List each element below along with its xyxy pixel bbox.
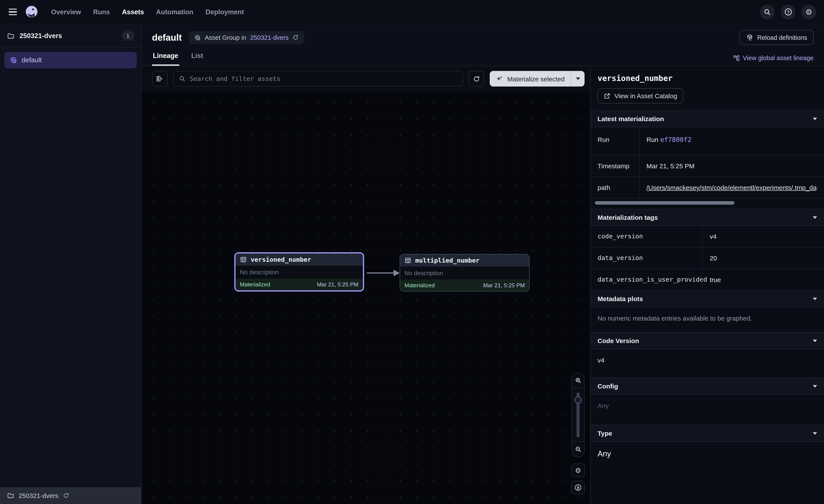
gear-icon: ⚙ [575,466,581,474]
row-label-path: path [591,177,639,199]
section-header-type[interactable]: Type [591,425,824,442]
zoom-out-button[interactable] [572,441,584,457]
help-icon [784,8,792,16]
asset-node-versioned-number[interactable]: versioned_number No description Material… [234,252,364,291]
refresh-icon [473,75,480,83]
zoom-in-button[interactable] [572,373,584,388]
chevron-down-icon [813,297,817,300]
zoom-slider [572,388,584,441]
asset-groups-sidebar: 250321-dvers 1 default 250321-dvers [0,24,141,504]
chevron-down-icon [813,339,817,342]
asset-node-description: No description [400,266,529,279]
table-icon [404,257,411,264]
row-label-run: Run [591,127,639,155]
tag-value: v4 [702,226,824,247]
section-header-config[interactable]: Config [591,378,824,395]
sidebar-group-row[interactable]: 250321-dvers 1 [0,24,141,47]
search-input[interactable] [190,75,457,82]
config-value: Any [591,395,824,425]
asset-node-timestamp: Mar 21, 5:25 PM [483,282,525,288]
refresh-graph-button[interactable] [469,71,484,87]
row-value-timestamp: Mar 21, 5:25 PM [639,155,824,177]
graph-controls: ⚙ [571,372,585,495]
tabs-row: Lineage List View global asset lineage [152,48,814,66]
section-label: Type [598,429,612,437]
tag-key: data_version_is_user_provided [591,269,702,291]
badge-prefix: Asset Group in [205,34,246,41]
lineage-column: Materialize selected versioned_number [141,66,590,504]
help-button[interactable] [781,5,796,19]
reload-definitions-button[interactable]: Reload definitions [739,30,814,45]
search-icon [763,8,771,16]
chevron-down-icon [813,432,817,434]
reload-definitions-icon [746,34,753,41]
collapse-panel-button[interactable] [152,71,168,87]
scrollbar-thumb[interactable] [595,201,734,205]
path-link[interactable]: /Users/smackesey/stm/code/elementl/exper… [646,184,817,191]
section-label: Metadata plots [598,295,643,302]
settings-button[interactable]: ⚙ [802,5,816,19]
materialization-tags-table: code_version v4 data_version 20 data_ver… [591,226,824,291]
section-header-materialization-tags[interactable]: Materialization tags [591,209,824,226]
materialize-dropdown-button[interactable] [571,71,585,87]
sidebar-item-label: default [22,56,42,64]
refresh-icon[interactable] [63,492,69,499]
badge-group-link[interactable]: 250321-dvers [250,34,289,41]
tag-key: data_version [591,247,702,269]
asset-node-multiplied-number[interactable]: multiplied_number No description Materia… [400,254,530,291]
code-version-value: v4 [591,349,824,378]
download-graph-button[interactable] [571,481,585,495]
nav-item-automation[interactable]: Automation [156,8,193,16]
section-label: Latest materialization [598,115,664,122]
section-label: Config [598,382,618,390]
run-id-link[interactable]: ef7800f2 [660,136,692,144]
graph-toolbar: Materialize selected [141,66,590,91]
reload-definitions-label: Reload definitions [757,34,807,41]
search-button[interactable] [760,5,775,19]
view-in-asset-catalog-button[interactable]: View in Asset Catalog [598,88,683,103]
folder-icon [7,32,15,39]
asset-detail-title: versioned_number [598,74,817,83]
asset-node-name: multiplied_number [415,257,480,264]
section-header-metadata-plots[interactable]: Metadata plots [591,291,824,307]
sidebar-item-default[interactable]: default [4,52,137,69]
section-header-code-version[interactable]: Code Version [591,332,824,349]
hamburger-menu-icon[interactable] [5,4,21,20]
nav-item-deployment[interactable]: Deployment [205,8,244,16]
tab-list[interactable]: List [190,48,204,66]
asset-node-status: Materialized [240,281,270,288]
nav-links: Overview Runs Assets Automation Deployme… [51,8,244,16]
folder-icon [7,492,14,499]
asset-group-icon [194,34,201,41]
view-in-asset-catalog-label: View in Asset Catalog [614,92,677,100]
zoom-in-icon [575,377,582,384]
chevron-down-icon [813,385,817,387]
dagster-logo [24,5,39,19]
graph-settings-button[interactable]: ⚙ [571,463,585,477]
tab-lineage[interactable]: Lineage [152,48,179,66]
download-icon [574,484,582,491]
sidebar-footer[interactable]: 250321-dvers [0,487,141,504]
nav-item-assets[interactable]: Assets [122,8,144,16]
asset-group-badge: Asset Group in 250321-dvers [189,31,304,44]
nav-item-overview[interactable]: Overview [51,8,81,16]
asset-detail-panel: versioned_number View in Asset Catalog L… [590,66,824,504]
horizontal-scrollbar [595,201,820,205]
section-label: Materialization tags [598,214,658,221]
zoom-slider-handle[interactable] [575,396,582,404]
section-header-latest-materialization[interactable]: Latest materialization [591,110,824,127]
asset-search-box [173,71,463,87]
asset-node-timestamp: Mar 21, 5:25 PM [317,281,358,288]
row-value-path: /Users/smackesey/stm/code/elementl/exper… [639,177,824,199]
gear-icon: ⚙ [805,7,812,17]
refresh-icon[interactable] [293,34,299,41]
view-global-asset-lineage-link[interactable]: View global asset lineage [733,54,814,66]
lineage-canvas[interactable]: versioned_number No description Material… [141,91,590,504]
metadata-plots-empty-text: No numeric metadata entries available to… [591,307,824,332]
search-icon [179,75,186,82]
zoom-out-icon [575,446,582,453]
materialize-selected-button[interactable]: Materialize selected [490,71,585,87]
run-prefix: Run [646,136,658,143]
table-icon [240,256,247,263]
nav-item-runs[interactable]: Runs [93,8,110,16]
